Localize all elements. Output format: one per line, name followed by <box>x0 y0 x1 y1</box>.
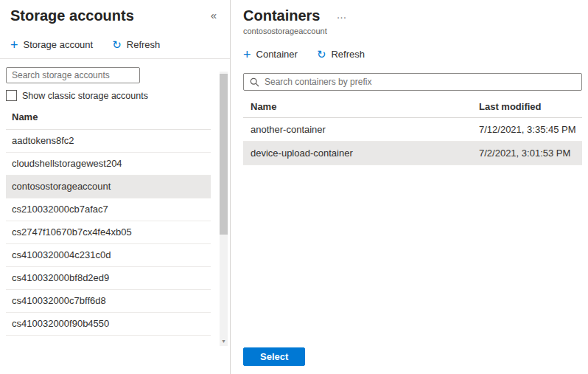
scrollbar-thumb[interactable] <box>220 74 228 235</box>
refresh-storage-accounts-label: Refresh <box>127 39 161 50</box>
storage-account-name: cloudshellstoragewest204 <box>12 158 122 169</box>
refresh-icon: ↻ <box>317 49 326 60</box>
containers-table-header: Name Last modified <box>243 95 582 118</box>
storage-account-name: cs410032000bf8d2ed9 <box>12 272 109 283</box>
search-icon <box>250 77 259 87</box>
scroll-down-icon[interactable]: ▼ <box>220 336 228 346</box>
storage-account-row[interactable]: cs410032000f90b4550 <box>6 313 211 336</box>
container-row[interactable]: device-upload-container 7/2/2021, 3:01:5… <box>243 142 582 165</box>
add-storage-account-label: Storage account <box>24 39 94 50</box>
containers-header: Containers … <box>243 0 582 24</box>
azure-storage-picker: Storage accounts « + Storage account ↻ R… <box>0 0 588 374</box>
refresh-storage-accounts-button[interactable]: ↻ Refresh <box>112 39 160 50</box>
storage-account-list: aadtokens8fc2 cloudshellstoragewest204 c… <box>6 130 211 336</box>
storage-account-row[interactable]: cs410032000c7bff6d8 <box>6 290 211 313</box>
container-last-modified: 7/2/2021, 3:01:53 PM <box>479 148 582 159</box>
spacer <box>243 165 582 347</box>
storage-account-name: aadtokens8fc2 <box>12 135 74 146</box>
left-list-scrollbar[interactable]: ▼ <box>220 72 228 346</box>
refresh-containers-label: Refresh <box>331 49 365 60</box>
container-row[interactable]: another-container 7/12/2021, 3:35:45 PM <box>243 118 582 142</box>
plus-icon: + <box>243 49 251 60</box>
show-classic-accounts-label: Show classic storage accounts <box>22 91 148 101</box>
containers-panel: Containers … contosostorageaccount + Con… <box>231 0 588 374</box>
accounts-name-column-header: Name <box>6 101 211 130</box>
column-header-name: Name <box>251 101 479 112</box>
refresh-containers-button[interactable]: ↻ Refresh <box>317 49 365 60</box>
storage-accounts-body: Show classic storage accounts Name aadto… <box>0 59 230 374</box>
column-header-last-modified: Last modified <box>479 101 582 112</box>
storage-account-name: contosostorageaccount <box>12 181 111 192</box>
container-name: another-container <box>251 124 479 135</box>
refresh-icon: ↻ <box>112 40 122 50</box>
add-container-button[interactable]: + Container <box>243 49 298 60</box>
search-storage-accounts-input[interactable] <box>6 67 140 83</box>
storage-account-name: cs210032000cb7afac7 <box>12 204 108 215</box>
storage-account-row[interactable]: cs2747f10670b7cx4fe4xb05 <box>6 221 211 244</box>
storage-account-name: cs410032000f90b4550 <box>12 318 109 329</box>
select-button[interactable]: Select <box>243 347 305 366</box>
container-name: device-upload-container <box>251 148 479 159</box>
more-options-icon[interactable]: … <box>333 9 350 21</box>
containers-table: Name Last modified another-container 7/1… <box>243 95 582 165</box>
checkbox-icon[interactable] <box>6 90 17 101</box>
storage-account-row[interactable]: cs4100320004c231c0d <box>6 244 211 267</box>
search-containers-input[interactable] <box>265 77 575 87</box>
plus-icon: + <box>10 40 18 50</box>
storage-accounts-header: Storage accounts « <box>0 0 230 24</box>
storage-account-row[interactable]: cs210032000cb7afac7 <box>6 198 211 221</box>
storage-account-row[interactable]: contosostorageaccount <box>6 176 211 198</box>
add-container-label: Container <box>256 49 298 60</box>
containers-title: Containers <box>243 7 320 24</box>
containers-search-box <box>243 73 582 91</box>
containers-toolbar: + Container ↻ Refresh <box>243 35 582 69</box>
show-classic-accounts-option[interactable]: Show classic storage accounts <box>6 90 211 101</box>
add-storage-account-button[interactable]: + Storage account <box>10 39 93 50</box>
storage-account-row[interactable]: cloudshellstoragewest204 <box>6 153 211 176</box>
storage-account-row[interactable]: aadtokens8fc2 <box>6 130 211 153</box>
storage-account-name: cs4100320004c231c0d <box>12 249 111 260</box>
storage-account-name: cs410032000c7bff6d8 <box>12 295 106 306</box>
containers-footer: Select <box>243 347 582 374</box>
collapse-panel-icon[interactable]: « <box>208 7 220 23</box>
storage-account-row[interactable]: cs410032000bf8d2ed9 <box>6 267 211 290</box>
container-last-modified: 7/12/2021, 3:35:45 PM <box>479 124 582 135</box>
storage-accounts-toolbar: + Storage account ↻ Refresh <box>0 24 230 59</box>
containers-subtitle: contosostorageaccount <box>243 27 582 35</box>
storage-account-name: cs2747f10670b7cx4fe4xb05 <box>12 226 132 238</box>
storage-accounts-panel: Storage accounts « + Storage account ↻ R… <box>0 0 231 374</box>
storage-accounts-title: Storage accounts <box>10 7 134 24</box>
